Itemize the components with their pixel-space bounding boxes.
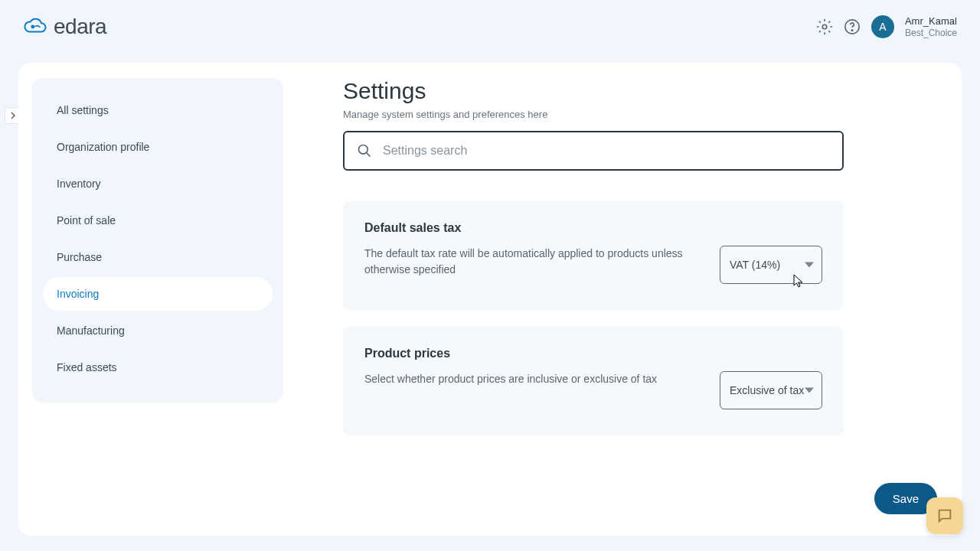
chevron-down-icon [805, 260, 814, 269]
sidebar-item-inventory[interactable]: Inventory [43, 167, 273, 201]
svg-point-4 [359, 145, 368, 155]
avatar[interactable]: A [871, 15, 894, 38]
card-title: Product prices [364, 347, 822, 360]
sidebar-item-point-of-sale[interactable]: Point of sale [43, 204, 273, 237]
user-org: Best_Choice [905, 28, 957, 38]
default-tax-select[interactable]: VAT (14%) [720, 246, 822, 284]
page-title: Settings [343, 78, 916, 104]
chat-fab[interactable] [926, 497, 963, 534]
chat-icon [936, 507, 953, 524]
page-subtitle: Manage system settings and preferences h… [343, 109, 916, 120]
search-box[interactable] [343, 131, 844, 171]
logo: edara [23, 15, 106, 39]
sidebar-item-purchase[interactable]: Purchase [43, 240, 273, 274]
gear-icon[interactable] [816, 18, 833, 35]
svg-point-3 [851, 30, 852, 31]
sidebar-item-manufacturing[interactable]: Manufacturing [43, 314, 273, 347]
sidebar-item-fixed-assets[interactable]: Fixed assets [43, 350, 273, 384]
sidebar-item-all-settings[interactable]: All settings [43, 93, 273, 127]
help-icon[interactable] [844, 18, 861, 35]
main-card: All settings Organization profile Invent… [18, 63, 962, 536]
svg-point-1 [822, 24, 827, 29]
settings-sidebar: All settings Organization profile Invent… [18, 63, 297, 536]
card-default-sales-tax: Default sales tax The default tax rate w… [343, 201, 844, 310]
search-input[interactable] [383, 144, 830, 158]
cloud-icon [23, 18, 47, 36]
product-prices-select[interactable]: Exclusive of tax [720, 371, 822, 409]
card-description: The default tax rate will be automatical… [364, 246, 697, 278]
user-block[interactable]: Amr_Kamal Best_Choice [905, 15, 957, 38]
card-product-prices: Product prices Select whether product pr… [343, 327, 844, 435]
search-icon [357, 143, 372, 158]
sidebar-item-invoicing[interactable]: Invoicing [43, 277, 273, 311]
card-title: Default sales tax [364, 221, 822, 235]
chevron-down-icon [805, 386, 814, 395]
card-description: Select whether product prices are inclus… [364, 371, 697, 387]
sidebar-item-organization-profile[interactable]: Organization profile [43, 130, 273, 164]
logo-text: edara [54, 15, 106, 39]
user-name: Amr_Kamal [905, 15, 957, 28]
content-area: Settings Manage system settings and pref… [297, 63, 962, 536]
svg-point-0 [31, 25, 34, 29]
app-header: edara A Amr_Kamal Best_Choice [0, 0, 980, 54]
